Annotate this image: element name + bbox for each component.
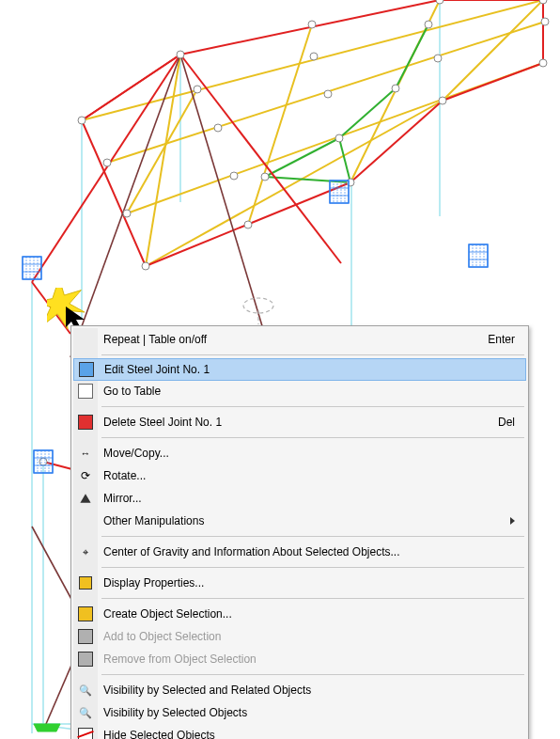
remove-selection-icon: [78, 652, 93, 667]
svg-line-27: [339, 138, 350, 182]
rotate-icon: ⟳: [78, 468, 93, 483]
menu-item-move-copy[interactable]: ↔︎Move/Copy...: [73, 442, 526, 464]
menu-item-label: Go to Table: [103, 385, 515, 398]
menu-item-add-to-object-selection: Add to Object Selection: [73, 625, 526, 648]
menu-item-shortcut: Del: [498, 416, 515, 429]
menu-item-visibility-by-selected-and-related-objects[interactable]: 🔍Visibility by Selected and Related Obje…: [73, 679, 526, 701]
menu-item-label: Hide Selected Objects: [103, 729, 515, 739]
menu-separator: [101, 354, 524, 355]
center-gravity-icon: ⌖: [78, 544, 93, 559]
menu-separator: [101, 567, 524, 568]
submenu-arrow-icon: [510, 517, 515, 525]
svg-line-46: [180, 55, 263, 329]
menu-item-label: Remove from Object Selection: [103, 653, 515, 666]
menu-item-mirror[interactable]: Mirror...: [73, 487, 526, 510]
svg-line-36: [350, 101, 443, 182]
menu-item-delete-steel-joint-no-1[interactable]: Delete Steel Joint No. 1Del: [73, 411, 526, 433]
add-selection-icon: [78, 629, 93, 644]
svg-line-20: [146, 101, 443, 266]
svg-line-40: [32, 55, 180, 282]
menu-item-label: Create Object Selection...: [103, 607, 515, 621]
context-menu[interactable]: Repeat | Table on/offEnterEdit Steel Joi…: [70, 325, 529, 739]
delete-icon: [78, 415, 93, 430]
menu-item-rotate[interactable]: ⟳Rotate...: [73, 464, 526, 487]
svg-line-25: [127, 89, 197, 213]
edit-steel-joint-icon: [79, 362, 94, 377]
menu-item-center-of-gravity-and-information-about-selected-objects[interactable]: ⌖Center of Gravity and Information About…: [73, 541, 526, 563]
visibility-related-icon: 🔍: [78, 683, 93, 698]
display-props-icon: [78, 575, 93, 590]
visibility-selected-icon: 🔍: [78, 705, 93, 720]
menu-item-label: Visibility by Selected Objects: [103, 706, 515, 719]
move-copy-icon: ↔︎: [78, 446, 93, 461]
menu-item-other-manipulations[interactable]: Other Manipulations: [73, 510, 526, 532]
svg-line-21: [146, 55, 180, 266]
svg-line-42: [32, 282, 70, 334]
menu-item-label: Edit Steel Joint No. 1: [104, 363, 514, 376]
svg-line-34: [82, 120, 146, 266]
menu-item-label: Other Manipulations: [103, 514, 499, 527]
menu-item-label: Repeat | Table on/off: [103, 333, 476, 346]
menu-item-label: Move/Copy...: [103, 447, 515, 460]
menu-separator: [101, 598, 524, 599]
menu-item-label: Add to Object Selection: [103, 630, 515, 643]
menu-item-label: Visibility by Selected and Related Objec…: [103, 684, 515, 697]
menu-item-label: Rotate...: [103, 469, 515, 482]
menu-item-label: Display Properties...: [103, 576, 515, 590]
menu-item-label: Delete Steel Joint No. 1: [103, 416, 487, 429]
menu-item-visibility-by-selected-objects[interactable]: 🔍Visibility by Selected Objects: [73, 701, 526, 724]
menu-separator: [101, 406, 524, 407]
hide-selected-icon: [78, 728, 93, 739]
goto-table-icon: [78, 384, 93, 399]
mirror-icon: [78, 491, 93, 506]
create-selection-icon: [78, 606, 93, 621]
menu-separator: [101, 536, 524, 537]
menu-item-create-object-selection[interactable]: Create Object Selection...: [73, 603, 526, 625]
menu-item-go-to-table[interactable]: Go to Table: [73, 380, 526, 402]
menu-item-label: Center of Gravity and Information About …: [103, 545, 515, 558]
menu-item-display-properties[interactable]: Display Properties...: [73, 572, 526, 594]
menu-item-remove-from-object-selection: Remove from Object Selection: [73, 648, 526, 670]
svg-line-39: [82, 55, 180, 120]
menu-item-edit-steel-joint-no-1[interactable]: Edit Steel Joint No. 1: [73, 358, 526, 381]
svg-line-37: [443, 63, 543, 101]
menu-item-label: Mirror...: [103, 492, 515, 505]
menu-item-hide-selected-objects[interactable]: Hide Selected Objects: [73, 724, 526, 739]
menu-separator: [101, 437, 524, 438]
svg-line-41: [180, 55, 341, 263]
menu-separator: [101, 674, 524, 675]
menu-item-shortcut: Enter: [488, 333, 515, 346]
svg-line-26: [265, 138, 339, 177]
svg-line-22: [248, 24, 312, 225]
menu-item-repeat-table-on-off[interactable]: Repeat | Table on/offEnter: [73, 328, 526, 351]
svg-line-45: [70, 55, 180, 357]
dashed-guide: [243, 298, 273, 324]
